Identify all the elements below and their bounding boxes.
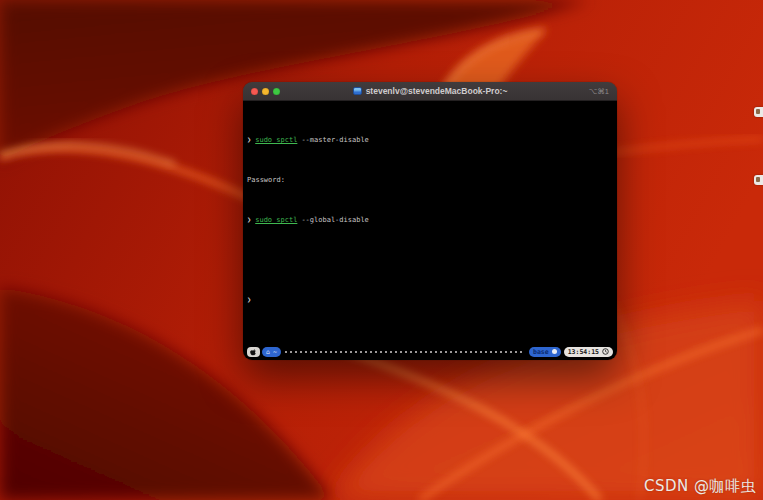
prompt-time: 13:54:15 <box>568 347 599 357</box>
zoom-button[interactable] <box>273 88 280 95</box>
current-directory: ~ <box>273 347 277 357</box>
conda-env-segment: base <box>529 347 561 357</box>
blank-line <box>247 255 613 265</box>
output-line: Password: <box>247 175 613 185</box>
os-segment <box>247 347 260 357</box>
time-segment: 13:54:15 <box>564 347 613 357</box>
minimize-button[interactable] <box>262 88 269 95</box>
powerline-bar: ⌂ ~ base 13:54:15 <box>247 346 613 357</box>
terminal-content[interactable]: ❯sudo spctl--master-disable Password: ❯s… <box>243 101 617 360</box>
conda-env-name: base <box>533 347 549 357</box>
traffic-lights <box>251 82 280 100</box>
apple-icon <box>250 348 257 356</box>
directory-segment: ⌂ ~ <box>262 347 281 357</box>
csdn-watermark: CSDN @咖啡虫 <box>644 477 756 496</box>
command-text: sudo spctl <box>255 135 297 145</box>
command-line: ❯sudo spctl--global-disable <box>247 215 613 225</box>
window-shortcut-badge: ⌥⌘1 <box>589 82 609 100</box>
clock-icon <box>602 348 609 355</box>
command-args: --master-disable <box>301 135 368 145</box>
lone-prompt-line: ❯ <box>247 295 613 305</box>
home-icon: ⌂ <box>266 347 270 357</box>
command-line: ❯sudo spctl--master-disable <box>247 135 613 145</box>
edge-tag <box>754 175 763 185</box>
terminal-window: stevenlv@stevendeMacBook-Pro:~ ⌥⌘1 ❯sudo… <box>243 82 617 360</box>
proxy-icon <box>353 87 362 95</box>
command-args: --global-disable <box>301 215 368 225</box>
snake-icon <box>552 349 557 354</box>
window-title: stevenlv@stevendeMacBook-Pro:~ <box>366 86 508 96</box>
password-prompt-text: Password: <box>247 175 285 185</box>
prompt-char: ❯ <box>247 215 251 225</box>
prompt-char: ❯ <box>247 295 251 305</box>
prompt-char: ❯ <box>247 135 251 145</box>
title-bar[interactable]: stevenlv@stevendeMacBook-Pro:~ ⌥⌘1 <box>243 82 617 101</box>
close-button[interactable] <box>251 88 258 95</box>
command-text: sudo spctl <box>255 215 297 225</box>
powerline-dots <box>285 351 525 353</box>
edge-tag <box>754 107 763 117</box>
window-title-group: stevenlv@stevendeMacBook-Pro:~ <box>353 86 508 96</box>
